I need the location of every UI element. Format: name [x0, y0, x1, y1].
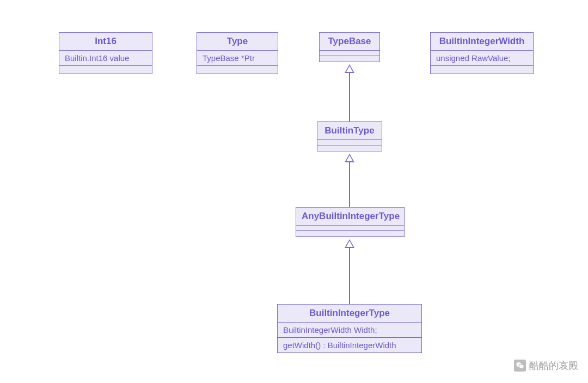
class-ops-empty [317, 145, 382, 151]
class-ops-empty [431, 66, 533, 74]
class-anybuiltinintegertype: AnyBuiltinIntegerType [296, 207, 405, 237]
class-builtinintegerwidth: BuiltinIntegerWidth unsigned RawValue; [430, 32, 534, 74]
class-attribute: TypeBase *Ptr [197, 51, 278, 66]
class-builtintype: BuiltinType [317, 121, 382, 151]
arrowhead-icon [345, 154, 354, 162]
watermark-text: 酷酷的哀殿 [529, 359, 578, 372]
class-title: TypeBase [320, 33, 379, 51]
class-title: Int16 [59, 33, 152, 51]
class-builtinintegertype: BuiltinIntegerType BuiltinIntegerWidth W… [277, 304, 422, 353]
class-typebase: TypeBase [319, 32, 380, 62]
arrow-line [349, 72, 350, 121]
class-ops-empty [296, 231, 404, 236]
class-ops-empty [59, 66, 152, 74]
class-attr-empty [296, 226, 404, 231]
arrowhead-icon [345, 239, 354, 248]
arrow-line [349, 247, 350, 304]
class-title: Type [197, 33, 278, 51]
arrow-line [349, 162, 350, 207]
class-attribute: unsigned RawValue; [431, 51, 533, 66]
class-attr-empty [320, 51, 379, 56]
class-attr-empty [317, 140, 382, 145]
class-attribute: BuiltinIntegerWidth Width; [278, 323, 421, 338]
class-operation: getWidth() : BuiltinIntegerWidth [278, 338, 421, 352]
class-title: BuiltinIntegerWidth [431, 33, 533, 51]
watermark: 酷酷的哀殿 [514, 359, 578, 372]
class-title: BuiltinIntegerType [278, 305, 421, 323]
class-title: BuiltinType [317, 122, 382, 140]
arrowhead-icon [345, 64, 354, 73]
class-type: Type TypeBase *Ptr [197, 32, 278, 74]
wechat-icon [514, 360, 526, 372]
class-ops-empty [320, 56, 379, 62]
class-title: AnyBuiltinIntegerType [296, 208, 404, 226]
class-ops-empty [197, 66, 278, 74]
class-attribute: Builtin.Int16 value [59, 51, 152, 66]
class-int16: Int16 Builtin.Int16 value [59, 32, 152, 74]
